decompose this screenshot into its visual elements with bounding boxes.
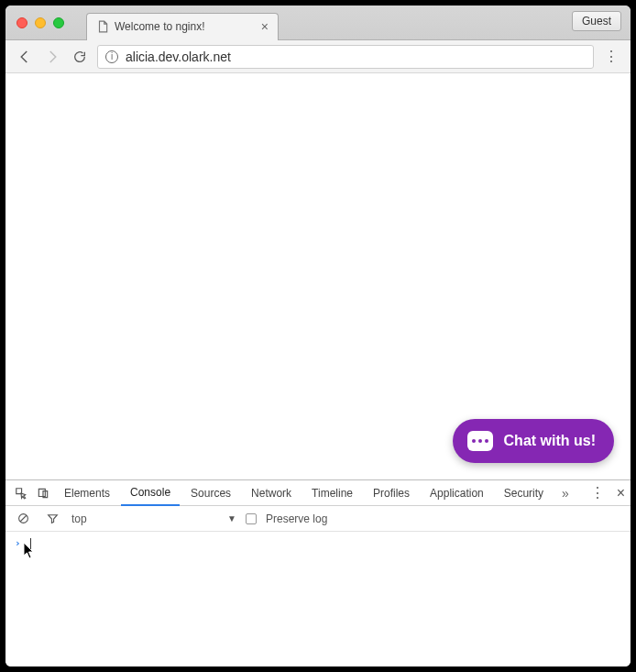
devtools-tab-security[interactable]: Security xyxy=(495,481,553,505)
toolbar: i alicia.dev.olark.net ⋮ xyxy=(5,40,631,73)
window-close-button[interactable] xyxy=(16,17,27,28)
devtools-tab-timeline[interactable]: Timeline xyxy=(302,481,362,505)
inspect-element-button[interactable] xyxy=(11,483,31,503)
console-output[interactable]: › xyxy=(5,532,631,666)
devtools-tab-network[interactable]: Network xyxy=(242,481,301,505)
window-maximize-button[interactable] xyxy=(53,17,64,28)
url-text: alicia.dev.olark.net xyxy=(126,50,231,64)
site-info-icon[interactable]: i xyxy=(105,50,118,63)
clear-console-button[interactable] xyxy=(13,509,33,529)
window-minimize-button[interactable] xyxy=(35,17,46,28)
mouse-cursor-icon xyxy=(24,543,35,559)
chat-widget-label: Chat with us! xyxy=(504,433,596,449)
devtools-tabs-overflow-button[interactable]: » xyxy=(554,486,576,501)
device-toolbar-button[interactable] xyxy=(33,483,53,503)
preserve-log-label: Preserve log xyxy=(266,512,327,525)
devtools-tab-profiles[interactable]: Profiles xyxy=(364,481,419,505)
devtools-close-button[interactable]: × xyxy=(617,485,625,501)
devtools-menu-button[interactable]: ⋮ xyxy=(587,483,608,503)
preserve-log-checkbox[interactable] xyxy=(246,513,257,524)
dropdown-triangle-icon: ▼ xyxy=(227,513,236,523)
console-prompt-icon: › xyxy=(15,537,21,549)
tab-bar: Welcome to nginx! × Guest xyxy=(5,6,631,40)
tab-title: Welcome to nginx! xyxy=(115,20,205,33)
profile-label: Guest xyxy=(582,15,611,28)
browser-tab[interactable]: Welcome to nginx! × xyxy=(86,13,279,40)
devtools-tabbar: Elements Console Sources Network Timelin… xyxy=(5,480,631,506)
chat-widget-button[interactable]: Chat with us! xyxy=(453,419,614,463)
devtools-tab-elements[interactable]: Elements xyxy=(55,481,119,505)
filter-button[interactable] xyxy=(42,509,62,529)
reload-button[interactable] xyxy=(70,47,90,67)
traffic-lights xyxy=(5,17,75,28)
page-icon xyxy=(96,20,109,33)
devtools-tab-sources[interactable]: Sources xyxy=(181,481,240,505)
console-cursor xyxy=(30,538,31,549)
devtools-tab-console[interactable]: Console xyxy=(121,480,180,506)
context-selector[interactable]: top ▼ xyxy=(71,512,236,525)
chat-bubble-icon xyxy=(467,431,493,451)
profile-button[interactable]: Guest xyxy=(572,11,621,31)
forward-button[interactable] xyxy=(42,47,62,67)
devtools-tab-application[interactable]: Application xyxy=(421,481,493,505)
tab-close-button[interactable]: × xyxy=(261,19,269,34)
address-bar[interactable]: i alicia.dev.olark.net xyxy=(97,45,594,69)
page-content: Chat with us! xyxy=(5,73,631,479)
devtools-panel: Elements Console Sources Network Timelin… xyxy=(5,479,631,666)
browser-window: Welcome to nginx! × Guest i alicia.dev.o… xyxy=(5,6,631,666)
back-button[interactable] xyxy=(15,47,35,67)
browser-menu-button[interactable]: ⋮ xyxy=(601,47,621,67)
console-toolbar: top ▼ Preserve log xyxy=(5,506,631,532)
context-selector-value: top xyxy=(71,512,87,525)
